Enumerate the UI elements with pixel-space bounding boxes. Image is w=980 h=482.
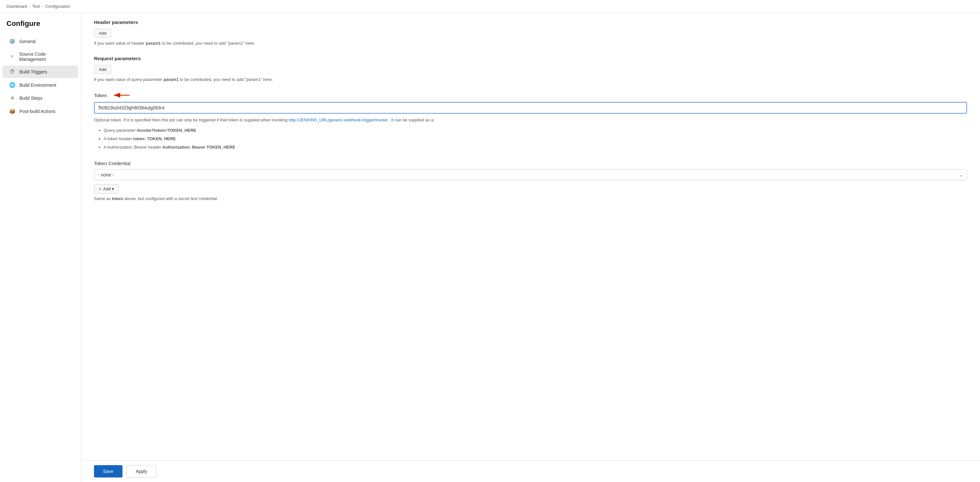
add-icon: + — [99, 187, 102, 191]
header-parameters-section: Header parameters Add If you want value … — [94, 19, 967, 47]
token-bullet-header: A token header token: TOKEN_HERE — [104, 135, 967, 143]
sidebar-item-build-triggers[interactable]: ⏱ Build Triggers — [3, 66, 78, 78]
sidebar-item-general[interactable]: ⚙️ General — [3, 35, 78, 48]
same-as-bold: token — [112, 196, 123, 201]
token-arrow-icon — [111, 92, 131, 99]
request-hint-suffix: to be contributed, you need to add "para… — [180, 77, 273, 82]
request-hint-bold: param1 — [164, 77, 178, 82]
header-hint-prefix: If you want value of header — [94, 41, 145, 46]
same-as-prefix: Same as — [94, 196, 112, 201]
sidebar-label-build-steps: Build Steps — [19, 95, 43, 101]
token-desc-prefix: Optional token. If it is specified then … — [94, 117, 288, 122]
token-description: Optional token. If it is specified then … — [94, 117, 967, 124]
token-bullet-list: Query parameter /invoke?token=TOKEN_HERE… — [94, 126, 967, 152]
bullet-query-prefix: Query parameter — [104, 128, 137, 133]
token-label: Token — [94, 93, 107, 98]
bullet-bearer-prefix: A Authorization: Bearer header — [104, 145, 162, 149]
token-bullet-query: Query parameter /invoke?token=TOKEN_HERE — [104, 126, 967, 135]
breadcrumb-dashboard[interactable]: Dashboard — [6, 4, 27, 9]
same-as-italic: secret text — [178, 196, 197, 201]
sidebar-label-general: General — [19, 39, 36, 44]
sidebar-title: Configure — [0, 19, 81, 34]
bullet-header-prefix: A token header — [104, 136, 133, 141]
credential-select-wrapper: - none - ⌄ — [94, 169, 967, 180]
breadcrumb-sep-2: › — [42, 4, 43, 9]
clock-icon: ⏱ — [9, 69, 16, 75]
header-add-button[interactable]: Add — [94, 29, 111, 38]
credential-add-button[interactable]: + Add ▾ — [94, 184, 119, 193]
top-bar: Dashboard › Test › Configuration — [0, 0, 980, 13]
same-as-text: Same as token above, but configured with… — [94, 196, 967, 201]
token-credential-section: Token Credential - none - ⌄ + Add ▾ Same… — [94, 160, 967, 201]
branch-icon: ⑂ — [9, 54, 15, 60]
token-label-row: Token — [94, 92, 967, 99]
request-hint-prefix: If you want value of query parameter — [94, 77, 162, 82]
header-hint: If you want value of header param1 to be… — [94, 40, 967, 47]
sidebar-item-build-steps[interactable]: ≡ Build Steps — [3, 92, 78, 104]
footer: Save Apply — [81, 460, 980, 482]
same-as-suffix: above, but configured with a — [123, 196, 178, 201]
sidebar-label-build-environment: Build Environment — [19, 82, 56, 88]
breadcrumb-configuration: Configuration — [45, 4, 70, 9]
sidebar-item-post-build[interactable]: 📦 Post-build Actions — [3, 105, 78, 117]
save-button[interactable]: Save — [94, 465, 123, 477]
sidebar-label-source-code: Source Code Management — [19, 51, 72, 62]
apply-button[interactable]: Apply — [126, 465, 156, 477]
breadcrumb: Dashboard › Test › Configuration — [6, 4, 70, 9]
bullet-bearer-bold: Authorization: Bearer TOKEN_HERE — [162, 145, 235, 149]
sidebar-label-post-build: Post-build Actions — [19, 109, 56, 114]
credential-label: Token Credential — [94, 160, 967, 166]
globe-icon: 🌐 — [9, 82, 16, 88]
main-content: Header parameters Add If you want value … — [81, 13, 980, 482]
token-desc-link[interactable]: http://JENKINS_URL/generic-webhook-trigg… — [289, 117, 388, 122]
header-hint-suffix: to be contributed, you need to add "para… — [162, 41, 255, 46]
token-section: Token Optional token. If it is specified… — [94, 92, 967, 152]
request-hint: If you want value of query parameter par… — [94, 76, 967, 83]
same-as-end: credential. — [197, 196, 218, 201]
credential-select[interactable]: - none - — [94, 169, 967, 180]
token-bullet-bearer: A Authorization: Bearer header Authoriza… — [104, 143, 967, 152]
bullet-header-bold: token: TOKEN_HERE — [133, 136, 176, 141]
sidebar-item-build-environment[interactable]: 🌐 Build Environment — [3, 79, 78, 91]
box-icon: 📦 — [9, 108, 16, 114]
list-icon: ≡ — [9, 95, 16, 101]
token-desc-suffix: . It can be supplied as a: — [389, 117, 434, 122]
sidebar: Configure ⚙️ General ⑂ Source Code Manag… — [0, 13, 81, 482]
header-parameters-title: Header parameters — [94, 19, 967, 25]
request-add-button[interactable]: Add — [94, 65, 111, 74]
credential-add-label: Add ▾ — [103, 187, 115, 191]
token-input[interactable] — [94, 102, 967, 114]
sidebar-item-source-code[interactable]: ⑂ Source Code Management — [3, 48, 78, 65]
sidebar-label-build-triggers: Build Triggers — [19, 69, 47, 75]
request-parameters-title: Request parameters — [94, 55, 967, 61]
request-parameters-section: Request parameters Add If you want value… — [94, 55, 967, 83]
gear-icon: ⚙️ — [9, 38, 16, 44]
bullet-query-code: /invoke?token=TOKEN_HERE — [137, 128, 196, 133]
breadcrumb-test[interactable]: Test — [32, 4, 40, 9]
header-hint-bold: param1 — [146, 41, 161, 46]
breadcrumb-sep-1: › — [29, 4, 30, 9]
